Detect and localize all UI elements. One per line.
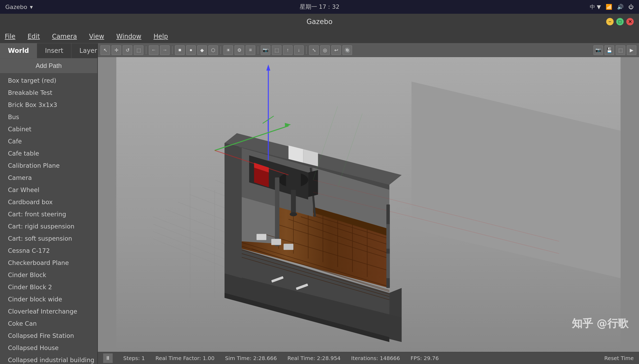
list-item[interactable]: Cinder Block (0, 269, 97, 281)
title-bar: Gazebo − □ ✕ (0, 14, 639, 30)
tool-zoom-in[interactable]: ↑ (283, 45, 293, 55)
list-item[interactable]: Cinder Block 2 (0, 281, 97, 293)
list-item[interactable]: Collapsed Fire Station (0, 330, 97, 342)
svg-marker-24 (225, 143, 242, 278)
tool-camera[interactable]: 📷 (261, 45, 270, 55)
tool-screenshot[interactable]: 📷 (594, 45, 603, 55)
system-clock: 星期一 17：32 (300, 3, 340, 11)
menu-bar: File Edit Camera View Window Help (0, 30, 639, 43)
viewport: ↖ ✛ ↺ ⬚ ← → ■ ● ◆ ⬡ ☀ ⚙ ≡ 📷 ⬚ ↑ ↓ ⤡ ◎ ↩ … (98, 43, 639, 364)
add-path-button[interactable]: Add Path (0, 58, 97, 73)
svg-rect-55 (291, 190, 296, 214)
menu-camera[interactable]: Camera (50, 32, 79, 41)
close-button[interactable]: ✕ (626, 18, 634, 25)
tool-box[interactable]: ■ (175, 45, 185, 55)
tool-undo[interactable]: ← (149, 45, 158, 55)
toolbar-right: 📷 💾 ⬚ ▶ (594, 45, 636, 55)
toolbar: ↖ ✛ ↺ ⬚ ← → ■ ● ◆ ⬡ ☀ ⚙ ≡ 📷 ⬚ ↑ ↓ ⤡ ◎ ↩ … (98, 43, 639, 57)
list-item[interactable]: Coke Can (0, 318, 97, 330)
power-icon: ⏻ (628, 4, 634, 10)
tool-reset-view[interactable]: ⬚ (272, 45, 281, 55)
tool-sphere[interactable]: ● (186, 45, 196, 55)
separator-2 (172, 46, 172, 54)
list-item[interactable]: Cabinet (0, 123, 97, 135)
app-logo[interactable]: Gazebo (5, 4, 27, 10)
status-real-time: Real Time: 2:28.954 (287, 355, 341, 361)
svg-rect-62 (257, 234, 266, 240)
maximize-button[interactable]: □ (616, 18, 624, 25)
tool-back[interactable]: ↩ (331, 45, 341, 55)
system-indicators: 中 ▼ 📶 🔊 ⏻ (590, 3, 634, 11)
list-item[interactable]: Cart: rigid suspension (0, 220, 97, 232)
list-item[interactable]: Cessna C-172 (0, 245, 97, 257)
tool-cylinder[interactable]: ◆ (197, 45, 207, 55)
tool-scale[interactable]: ⬚ (134, 45, 143, 55)
list-item[interactable]: Cafe table (0, 147, 97, 160)
window-controls: − □ ✕ (606, 18, 634, 25)
svg-point-56 (290, 212, 297, 216)
list-item[interactable]: Collapsed industrial building (0, 354, 97, 364)
separator-3 (221, 46, 221, 54)
menu-view[interactable]: View (87, 32, 106, 41)
status-fps: FPS: 29.76 (410, 355, 439, 361)
list-item[interactable]: Bus (0, 111, 97, 123)
tab-layers[interactable]: Layers (71, 43, 98, 58)
tool-expand[interactable]: ⤡ (309, 45, 319, 55)
tool-zoom-out[interactable]: ↓ (294, 45, 304, 55)
tool-target[interactable]: ◎ (320, 45, 330, 55)
status-sim-time: Sim Time: 2:28.666 (225, 355, 277, 361)
list-item[interactable]: Brick Box 3x1x3 (0, 99, 97, 111)
tool-rotate[interactable]: ↺ (123, 45, 132, 55)
list-item[interactable]: Cart: front steering (0, 208, 97, 220)
3d-scene[interactable]: 知乎 @行歌 (98, 57, 639, 352)
left-panel: World Insert Layers Add Path Box target … (0, 43, 98, 364)
tool-fullscreen[interactable]: ⬚ (616, 45, 625, 55)
separator-4 (258, 46, 258, 54)
dropdown-arrow[interactable]: ▾ (30, 4, 33, 10)
tool-settings[interactable]: ⚙ (235, 45, 244, 55)
status-iterations: Iterations: 148666 (351, 355, 400, 361)
tool-select[interactable]: ↖ (101, 45, 110, 55)
list-item[interactable]: Collapsed House (0, 342, 97, 354)
tool-record[interactable]: 🔘 (343, 45, 352, 55)
menu-file[interactable]: File (3, 32, 17, 41)
window-title: Gazebo (307, 18, 332, 26)
volume-icon: 🔊 (617, 4, 624, 10)
ime-indicator[interactable]: 中 ▼ (590, 3, 601, 11)
list-item[interactable]: Breakable Test (0, 87, 97, 99)
tab-insert[interactable]: Insert (37, 43, 71, 58)
tool-move[interactable]: ✛ (112, 45, 121, 55)
tool-save[interactable]: 💾 (605, 45, 614, 55)
menu-edit[interactable]: Edit (25, 32, 42, 41)
status-reset[interactable]: Reset Time (604, 355, 634, 361)
list-item[interactable]: Checkerboard Plane (0, 257, 97, 269)
list-item[interactable]: Cart: soft suspension (0, 232, 97, 245)
status-steps: Steps: 1 (123, 355, 145, 361)
list-item[interactable]: Camera (0, 172, 97, 184)
list-item[interactable]: Cafe (0, 135, 97, 147)
pause-button[interactable]: ⏸ (103, 353, 113, 363)
menu-window[interactable]: Window (114, 32, 144, 41)
separator-1 (146, 46, 146, 54)
separator-5 (306, 46, 307, 54)
tool-mesh[interactable]: ⬡ (208, 45, 218, 55)
menu-help[interactable]: Help (151, 32, 170, 41)
tool-expand-panel[interactable]: ▶ (627, 45, 636, 55)
network-icon: 📶 (606, 4, 612, 10)
system-bar-left: Gazebo ▾ (5, 4, 33, 10)
minimize-button[interactable]: − (606, 18, 614, 25)
tab-world[interactable]: World (0, 43, 37, 58)
list-item[interactable]: Box target (red) (0, 74, 97, 87)
svg-rect-77 (386, 224, 390, 249)
tool-redo[interactable]: → (160, 45, 170, 55)
tool-grid[interactable]: ≡ (246, 45, 255, 55)
list-item[interactable]: Car Wheel (0, 184, 97, 196)
list-item[interactable]: Cinder block wide (0, 293, 97, 305)
list-item[interactable]: Cardboard box (0, 196, 97, 208)
list-item[interactable]: Cloverleaf Interchange (0, 305, 97, 318)
svg-rect-63 (271, 239, 281, 245)
scene-svg (98, 57, 639, 352)
tool-light[interactable]: ☀ (223, 45, 233, 55)
item-list[interactable]: Box target (red)Breakable TestBrick Box … (0, 73, 97, 364)
list-item[interactable]: Calibration Plane (0, 160, 97, 172)
